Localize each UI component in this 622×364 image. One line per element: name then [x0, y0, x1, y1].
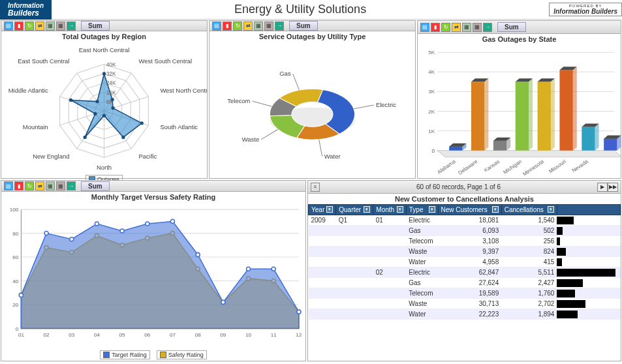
grid-icon[interactable]: ▦	[462, 23, 471, 32]
column-header[interactable]: Cancellations▾	[501, 205, 557, 215]
refresh-icon[interactable]: ↻	[25, 181, 34, 190]
export-icon[interactable]: →	[483, 23, 492, 32]
table-row[interactable]: Telecom19,5891,760	[309, 288, 621, 299]
area-legend: Target Rating Safety Rating	[1, 349, 305, 361]
svg-point-16	[102, 72, 106, 75]
swap-icon[interactable]: ⇄	[243, 22, 253, 31]
chart-icon[interactable]: ▤	[4, 181, 13, 190]
aggregate-selector[interactable]: Sum	[81, 181, 110, 191]
next-page-button[interactable]: ▶	[597, 183, 608, 192]
grid2-icon[interactable]: ▦	[56, 22, 65, 31]
grid2-icon[interactable]: ▦	[473, 23, 482, 32]
swap-icon[interactable]: ⇄	[35, 181, 44, 190]
refresh-icon[interactable]: ↻	[25, 22, 34, 31]
svg-text:Middle Atlantic: Middle Atlantic	[8, 87, 48, 94]
chart-icon[interactable]: ▤	[212, 22, 221, 31]
table-row[interactable]: Gas6,093502	[309, 226, 621, 236]
table-row[interactable]: 2009Q101Electric18,0811,540	[309, 215, 621, 226]
filter-icon[interactable]: ▾	[429, 206, 435, 213]
grid-icon[interactable]: ▦	[254, 22, 263, 31]
column-header[interactable]: Quarter▾	[336, 205, 373, 215]
chart-icon[interactable]: ▤	[4, 22, 13, 31]
svg-text:10: 10	[245, 332, 252, 338]
export-icon[interactable]: →	[67, 181, 76, 190]
svg-rect-68	[471, 82, 484, 150]
table-row[interactable]: Gas27,6242,427	[309, 278, 621, 288]
svg-text:11: 11	[271, 332, 277, 338]
svg-marker-64	[437, 151, 621, 157]
grid2-icon[interactable]: ▦	[56, 181, 65, 190]
svg-text:Alabama: Alabama	[436, 159, 457, 175]
svg-marker-70	[484, 78, 488, 150]
page-title: Energy & Utility Solutions	[52, 3, 549, 16]
table-row[interactable]: Waste9,397824	[309, 247, 621, 257]
column-header[interactable]: Month▾	[373, 205, 406, 215]
svg-text:8K: 8K	[106, 99, 114, 105]
bars-icon[interactable]: ▮	[431, 23, 440, 32]
svg-text:3K: 3K	[428, 89, 435, 95]
aggregate-selector[interactable]: Sum	[81, 21, 110, 31]
svg-text:Kansas: Kansas	[483, 159, 501, 174]
column-header[interactable]: New Customers▾	[438, 205, 501, 215]
svg-rect-65	[449, 147, 462, 151]
swap-icon[interactable]: ⇄	[35, 22, 44, 31]
export-icon[interactable]: →	[275, 22, 284, 31]
grid-icon[interactable]: ▦	[46, 181, 55, 190]
svg-text:0: 0	[16, 326, 19, 332]
panel-utility-type: ▤ ▮ ↻ ⇄ ▦ ▦ → Sum Service Outages by Uti…	[209, 20, 416, 179]
filter-icon[interactable]: ▾	[548, 206, 554, 213]
filter-icon[interactable]: ▾	[397, 206, 403, 213]
table-row[interactable]: Water4,958415	[309, 257, 621, 267]
column-header[interactable]	[557, 205, 620, 215]
svg-text:16K: 16K	[106, 89, 116, 96]
svg-text:Mountain: Mountain	[23, 123, 48, 130]
svg-text:4K: 4K	[428, 69, 435, 75]
refresh-icon[interactable]: ↻	[233, 22, 242, 31]
table-row[interactable]: Waste30,7132,702	[309, 299, 621, 309]
panel-customer-table: ≡ 60 of 60 records, Page 1 of 6 ▶ ▶▶ New…	[307, 180, 621, 361]
bars-icon[interactable]: ▮	[14, 22, 23, 31]
aggregate-selector[interactable]: Sum	[497, 22, 526, 32]
grid-icon[interactable]: ▦	[46, 22, 55, 31]
brand-logo: Information Builders	[0, 0, 52, 20]
powered-label: POWERED BY	[553, 4, 617, 8]
bars-icon[interactable]: ▮	[14, 181, 23, 190]
panel-gas-state: ▤ ▮ ↻ ⇄ ▦ ▦ → Sum Gas Outages by State 0…	[417, 20, 621, 179]
export-icon[interactable]: →	[67, 22, 76, 31]
svg-point-123	[44, 232, 48, 235]
table-toolbar: ≡ 60 of 60 records, Page 1 of 6 ▶ ▶▶	[308, 181, 621, 194]
refresh-icon[interactable]: ↻	[441, 23, 450, 32]
swap-icon[interactable]: ⇄	[452, 23, 461, 32]
column-header[interactable]: Type▾	[406, 205, 438, 215]
filter-icon[interactable]: ▾	[492, 206, 499, 213]
filter-icon[interactable]: ▾	[364, 206, 370, 213]
svg-text:80: 80	[12, 231, 19, 237]
column-header[interactable]: Year▾	[309, 205, 336, 215]
svg-rect-80	[559, 70, 572, 150]
svg-point-124	[70, 237, 74, 241]
bars-icon[interactable]: ▮	[223, 22, 232, 31]
menu-icon[interactable]: ≡	[311, 183, 320, 192]
svg-point-22	[83, 136, 86, 139]
bar-chart: 01K2K3K4K5KAlabamaDelawareKansasMichigan…	[418, 44, 621, 178]
aggregate-selector[interactable]: Sum	[289, 21, 318, 31]
last-page-button[interactable]: ▶▶	[608, 183, 618, 192]
chart-icon[interactable]: ▤	[420, 23, 429, 32]
table-row[interactable]: Water22,2231,894	[309, 309, 621, 320]
svg-point-132	[272, 267, 275, 271]
svg-point-128	[170, 219, 174, 223]
table-title: New Customer to Cancellations Analysis	[308, 194, 621, 204]
svg-text:04: 04	[94, 332, 101, 338]
svg-text:Water: Water	[324, 153, 341, 160]
svg-text:Pacific: Pacific	[139, 153, 157, 160]
svg-point-18	[111, 106, 114, 110]
svg-text:40K: 40K	[106, 61, 116, 68]
filter-icon[interactable]: ▾	[326, 206, 333, 213]
table-row[interactable]: Telecom3,108256	[309, 236, 621, 247]
table-row[interactable]: 02Electric62,8475,511	[309, 267, 621, 278]
grid2-icon[interactable]: ▦	[264, 22, 273, 31]
svg-marker-79	[551, 78, 555, 150]
panel-toolbar: ▤ ▮ ↻ ⇄ ▦ ▦ → Sum	[1, 21, 207, 31]
svg-point-122	[19, 294, 23, 297]
svg-text:08: 08	[195, 332, 202, 338]
